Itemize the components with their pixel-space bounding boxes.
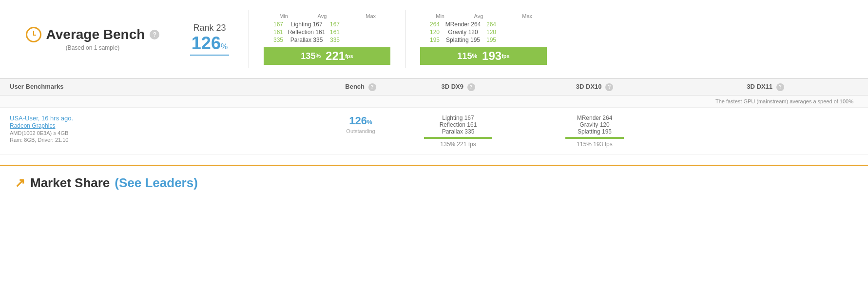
bench-score: 126% [331,115,390,127]
col-header-dx9: 3D DX9 ? [390,83,526,91]
bench-outstanding: Outstanding [331,128,390,134]
dx10-stats-block: Min Avg Max 264 MRender 264 264 120 Grav… [420,13,547,65]
rank-score: 126% [192,33,228,54]
dx9-progress-bar [424,137,492,139]
divider [249,10,249,68]
dx9-reflection-row: Reflection 161 [390,121,526,128]
user-gpu-link[interactable]: Radeon Graphics [10,122,55,129]
dx10-mrender-row: MRender 264 [526,115,663,121]
dx10-cell: MRender 264 Gravity 120 Splatting 195 11… [526,115,663,148]
rank-label: Rank 23 [193,23,226,33]
col-header-dx11: 3D DX11 ? [663,83,868,91]
title-help-icon[interactable]: ? [150,30,159,39]
dx11-help-icon[interactable]: ? [776,83,784,91]
page-title: Average Bench [46,27,145,42]
market-section: ↗ Market Share (See Leaders) [0,165,868,200]
title-block: Average Bench ? (Based on 1 sample) [15,27,171,51]
dx9-fps-text: 135% 221 fps [390,141,526,148]
dx9-row-reflection: 161 Reflection 161 161 [264,29,390,36]
dx10-row-splatting: 195 Splatting 195 195 [420,37,547,43]
info-text: The fastest GPU (mainstream) averages a … [331,98,868,104]
trend-icon: ↗ [15,175,25,191]
bench-cell: 126% Outstanding [331,115,390,134]
dx10-row-mrender: 264 MRender 264 264 [420,21,547,28]
info-row: The fastest GPU (mainstream) averages a … [0,96,868,108]
market-leaders-link[interactable]: (See Leaders) [115,175,198,191]
dx9-cell: Lighting 167 Reflection 161 Parallax 335… [390,115,526,148]
bench-help-icon[interactable]: ? [368,83,376,91]
dx10-splatting-row: Splatting 195 [526,128,663,135]
dx9-header: Min Avg Max [264,13,390,19]
table-section: User Benchmarks Bench ? 3D DX9 ? 3D DX10… [0,78,868,155]
user-link[interactable]: USA-User, 16 hrs ago. [10,115,73,122]
dx10-help-icon[interactable]: ? [605,83,613,91]
col-header-user: User Benchmarks [0,83,331,91]
sample-subtitle: (Based on 1 sample) [66,44,120,51]
dx9-parallax-row: Parallax 335 [390,128,526,135]
dx9-lighting-row: Lighting 167 [390,115,526,121]
rank-block: Rank 23 126% [185,23,234,56]
user-spec1: AMD(1002 0E3A) ≥ 4GB [10,130,331,136]
divider2 [405,10,405,68]
dx10-header: Min Avg Max [420,13,547,19]
table-header: User Benchmarks Bench ? 3D DX9 ? 3D DX10… [0,78,868,96]
dx9-row-lighting: 167 Lighting 167 167 [264,21,390,28]
rank-underline [190,55,229,56]
dx9-help-icon[interactable]: ? [467,83,475,91]
clock-icon [26,27,41,42]
table-row: USA-User, 16 hrs ago. Radeon Graphics AM… [0,108,868,155]
dx9-stats-block: Min Avg Max 167 Lighting 167 167 161 Ref… [264,13,390,65]
dx9-row-parallax: 335 Parallax 335 335 [264,37,390,43]
dx10-gravity-row: Gravity 120 [526,121,663,128]
dx9-score-bar: 135% 221 fps [264,47,390,65]
col-header-bench: Bench ? [331,83,390,91]
dx10-fps-text: 115% 193 fps [526,141,663,148]
dx10-row-gravity: 120 Gravity 120 120 [420,29,547,36]
user-cell: USA-User, 16 hrs ago. Radeon Graphics AM… [0,115,331,143]
dx10-score-bar: 115% 193 fps [420,47,547,65]
market-title: ↗ Market Share (See Leaders) [15,175,853,191]
dx10-progress-bar [565,137,624,139]
col-header-dx10: 3D DX10 ? [526,83,663,91]
user-spec2: Ram: 8GB, Driver: 21.10 [10,137,331,143]
